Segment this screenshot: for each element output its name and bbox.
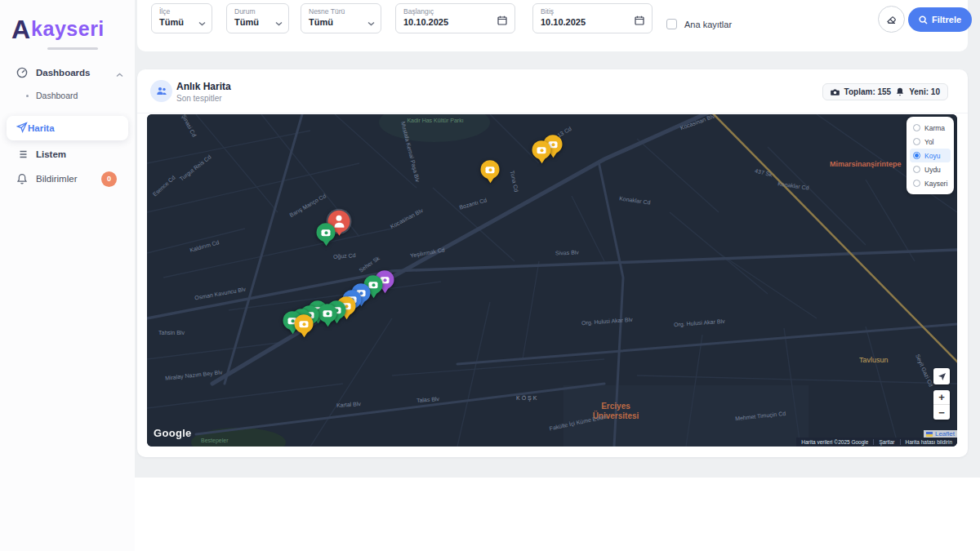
notification-badge: 0 <box>101 171 117 187</box>
leaflet-link[interactable]: Leaflet <box>935 430 955 438</box>
map-street-label: Tavlusun <box>859 356 889 364</box>
calendar-icon[interactable] <box>497 14 507 29</box>
ilce-label: İlçe <box>159 7 170 16</box>
durum-select[interactable]: Durum Tümü <box>226 3 289 33</box>
bitis-label: Bitiş <box>541 7 554 16</box>
map-card-header: Anlık Harita Son tespitler Toplam: 155 Y… <box>137 69 968 113</box>
zoom-out-button[interactable]: − <box>933 405 950 420</box>
map-marker-green[interactable] <box>318 304 337 322</box>
brand-logo-text: kayseri <box>31 16 105 41</box>
layer-option-uydu[interactable]: Uydu <box>910 162 951 176</box>
map-canvas[interactable]: Şinasi CdTurgut Reis CdEsence CdKadir Ha… <box>147 114 957 447</box>
sidebar-item-bildirimler[interactable]: Bildirimler 0 <box>0 170 135 188</box>
app-root: A kayseri Dashboards Dashboard <box>0 0 980 551</box>
map-street-label: Kadir Has Kültür Parkı <box>407 118 464 124</box>
map-card: Anlık Harita Son tespitler Toplam: 155 Y… <box>137 69 968 457</box>
sidebar-item-label: Bildirimler <box>36 174 77 184</box>
map-street-label: Mimarsinanşirintepe <box>830 160 902 168</box>
map-street-label: Bestepeler <box>201 438 228 444</box>
ana-kayitlar-checkbox[interactable] <box>666 19 677 29</box>
leaflet-attribution[interactable]: Leaflet <box>924 430 957 438</box>
sidebar-item-dashboards[interactable]: Dashboards <box>0 64 135 82</box>
sidebar-item-harita[interactable]: Harita <box>7 116 128 140</box>
locate-button[interactable] <box>933 368 950 384</box>
sidebar-item-label: Listem <box>36 149 66 159</box>
brand-logo-mark: A <box>11 16 29 42</box>
map-layer-control: KarmaYolKoyuUyduKayseri <box>906 117 954 194</box>
calendar-icon[interactable] <box>635 14 644 29</box>
chevron-down-icon <box>275 15 283 29</box>
layer-option-label: Koyu <box>924 152 940 160</box>
sidebar-nav: Dashboards Dashboard Harita <box>0 64 135 188</box>
dashboard-gauge-icon <box>16 67 29 79</box>
layer-option-label: Kayseri <box>924 180 947 188</box>
camera-icon <box>295 314 314 333</box>
camera-icon <box>481 160 500 179</box>
camera-icon <box>532 140 551 159</box>
sidebar: A kayseri Dashboards Dashboard <box>0 0 135 551</box>
map-stats-badge: Toplam: 155 Yeni: 10 <box>822 83 948 100</box>
bell-icon <box>16 173 29 185</box>
filtrele-label: Filtrele <box>932 15 961 24</box>
sidebar-item-label: Harita <box>28 123 55 133</box>
baslangic-value: 10.10.2025 <box>403 17 448 27</box>
eraser-icon <box>885 13 898 25</box>
map-marker-yellow[interactable] <box>295 314 314 333</box>
baslangic-label: Başlangıç <box>403 7 434 16</box>
chevron-down-icon <box>198 15 206 29</box>
layer-options: KarmaYolKoyuUyduKayseri <box>910 121 951 190</box>
sidebar-item-listem[interactable]: Listem <box>0 145 135 163</box>
layer-option-karma[interactable]: Karma <box>910 121 951 135</box>
bullet-dot-icon <box>26 95 29 97</box>
attribution-item[interactable]: Şartlar <box>873 439 899 445</box>
baslangic-date-input[interactable]: Başlangıç 10.10.2025 <box>395 3 515 33</box>
layer-option-kayseri[interactable]: Kayseri <box>910 176 951 190</box>
nesne-turu-label: Nesne Türü <box>309 7 345 16</box>
durum-label: Durum <box>234 7 256 16</box>
attribution-item[interactable]: Harita hatası bildirin <box>900 439 957 445</box>
map-marker-yellow[interactable] <box>481 160 500 179</box>
ilce-select[interactable]: İlçe Tümü <box>151 3 212 33</box>
map-marker-green[interactable] <box>317 223 336 242</box>
nesne-turu-select[interactable]: Nesne Türü Tümü <box>301 3 381 33</box>
map-street-label: KÖŞK <box>516 395 538 402</box>
brand-tagline <box>47 47 98 50</box>
radio-icon <box>913 138 920 145</box>
location-arrow-icon <box>938 372 947 381</box>
durum-value: Tümü <box>234 17 259 27</box>
map-attribution-items: Harita verileri ©2025 GoogleŞartlarHarit… <box>796 438 957 447</box>
toplam-count: Toplam: 155 <box>844 87 892 96</box>
card-subtitle: Son tespitler <box>176 94 222 103</box>
chevron-up-icon[interactable] <box>116 69 123 79</box>
nesne-turu-value: Tümü <box>309 17 333 27</box>
layer-option-label: Yol <box>924 138 934 146</box>
ana-kayitlar-label: Ana kayıtlar <box>684 20 732 29</box>
sidebar-item-label: Dashboards <box>36 68 90 78</box>
chevron-down-icon <box>368 15 375 29</box>
users-icon <box>150 80 172 102</box>
attribution-item: Harita verileri ©2025 Google <box>796 439 873 445</box>
list-icon <box>16 149 29 161</box>
yeni-count: Yeni: 10 <box>909 87 940 96</box>
map-marker-yellow[interactable] <box>532 140 551 159</box>
radio-icon <box>913 166 920 173</box>
filtrele-button[interactable]: Filtrele <box>908 7 972 32</box>
sidebar-subitem-label: Dashboard <box>36 91 78 100</box>
bitis-date-input[interactable]: Bitiş 10.10.2025 <box>532 3 653 33</box>
bitis-value: 10.10.2025 <box>541 17 586 27</box>
camera-icon <box>317 223 336 242</box>
sidebar-item-dashboard[interactable]: Dashboard <box>0 87 135 104</box>
layer-option-koyu[interactable]: Koyu <box>910 149 951 162</box>
camera-icon <box>318 304 337 322</box>
layer-option-label: Uydu <box>924 166 941 174</box>
clear-filters-button[interactable] <box>878 6 905 33</box>
layer-option-yol[interactable]: Yol <box>910 135 951 149</box>
google-logo: Google <box>154 427 192 439</box>
zoom-control: + − <box>933 390 950 420</box>
map-street-label: Tahsin Blv <box>158 330 185 336</box>
radio-icon <box>913 180 920 187</box>
radio-icon <box>913 124 920 131</box>
filter-bar: İlçe Tümü Durum Tümü Nesne Türü Tümü Baş… <box>137 0 968 51</box>
brand-logo[interactable]: A kayseri <box>11 16 105 42</box>
zoom-in-button[interactable]: + <box>933 390 950 405</box>
